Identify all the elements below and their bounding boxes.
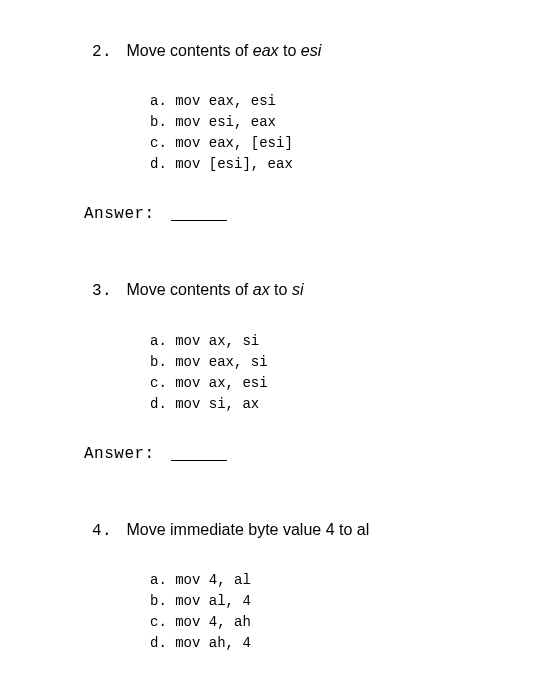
prompt-mid: to xyxy=(279,42,301,59)
answer-line: Answer: xyxy=(84,445,545,463)
option-a: a. mov eax, esi xyxy=(150,91,545,112)
option-b: b. mov esi, eax xyxy=(150,112,545,133)
prompt-mid: to xyxy=(270,281,292,298)
question-number: 4. xyxy=(92,522,112,540)
option-b: b. mov al, 4 xyxy=(150,591,545,612)
option-c: c. mov eax, [esi] xyxy=(150,133,545,154)
answer-label: Answer: xyxy=(84,205,155,223)
answer-blank[interactable] xyxy=(171,460,227,461)
answer-label: Answer: xyxy=(84,445,155,463)
prompt-pre: Move contents of xyxy=(126,281,252,298)
register-1: eax xyxy=(253,42,279,59)
prompt-pre: Move contents of xyxy=(126,42,252,59)
register-2: esi xyxy=(301,42,321,59)
options-list: a. mov eax, esi b. mov esi, eax c. mov e… xyxy=(150,91,545,175)
question-block-4: 4. Move immediate byte value 4 to al a. … xyxy=(92,519,545,654)
options-list: a. mov ax, si b. mov eax, si c. mov ax, … xyxy=(150,331,545,415)
question-prompt: 2. Move contents of eax to esi xyxy=(92,40,545,63)
option-b: b. mov eax, si xyxy=(150,352,545,373)
question-number: 2. xyxy=(92,43,112,61)
question-prompt: 4. Move immediate byte value 4 to al xyxy=(92,519,545,542)
options-list: a. mov 4, al b. mov al, 4 c. mov 4, ah d… xyxy=(150,570,545,654)
question-text: Move contents of eax to esi xyxy=(126,42,321,59)
question-block-2: 2. Move contents of eax to esi a. mov ea… xyxy=(92,40,545,223)
option-d: d. mov [esi], eax xyxy=(150,154,545,175)
document-body: 2. Move contents of eax to esi a. mov ea… xyxy=(0,0,545,654)
question-text: Move contents of ax to si xyxy=(126,281,303,298)
answer-line: Answer: xyxy=(84,205,545,223)
option-c: c. mov ax, esi xyxy=(150,373,545,394)
register-2: si xyxy=(292,281,304,298)
option-c: c. mov 4, ah xyxy=(150,612,545,633)
register-1: ax xyxy=(253,281,270,298)
question-text: Move immediate byte value 4 to al xyxy=(126,521,369,538)
answer-blank[interactable] xyxy=(171,220,227,221)
question-block-3: 3. Move contents of ax to si a. mov ax, … xyxy=(92,279,545,462)
option-a: a. mov 4, al xyxy=(150,570,545,591)
option-a: a. mov ax, si xyxy=(150,331,545,352)
option-d: d. mov si, ax xyxy=(150,394,545,415)
question-number: 3. xyxy=(92,282,112,300)
option-d: d. mov ah, 4 xyxy=(150,633,545,654)
question-prompt: 3. Move contents of ax to si xyxy=(92,279,545,302)
